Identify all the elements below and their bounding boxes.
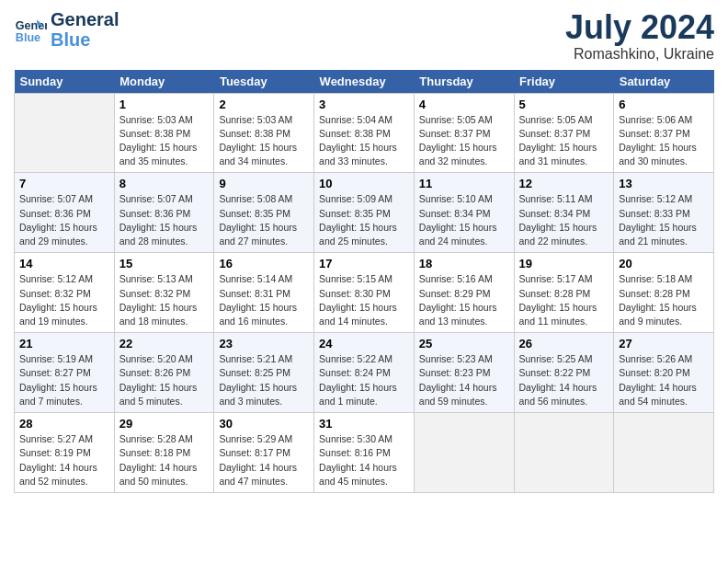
cell-info: Sunrise: 5:22 AM Sunset: 8:24 PM Dayligh… <box>319 352 409 408</box>
cell-info: Sunrise: 5:09 AM Sunset: 8:35 PM Dayligh… <box>319 192 409 248</box>
day-number: 6 <box>619 98 709 111</box>
calendar-cell: 14Sunrise: 5:12 AM Sunset: 8:32 PM Dayli… <box>15 253 115 333</box>
cell-info: Sunrise: 5:15 AM Sunset: 8:30 PM Dayligh… <box>319 272 409 328</box>
svg-text:Blue: Blue <box>16 31 40 44</box>
calendar-cell: 28Sunrise: 5:27 AM Sunset: 8:19 PM Dayli… <box>15 413 115 493</box>
cell-info: Sunrise: 5:26 AM Sunset: 8:20 PM Dayligh… <box>619 352 709 408</box>
day-number: 19 <box>519 257 609 270</box>
calendar-cell: 22Sunrise: 5:20 AM Sunset: 8:26 PM Dayli… <box>114 333 214 413</box>
calendar-cell: 31Sunrise: 5:30 AM Sunset: 8:16 PM Dayli… <box>314 413 415 493</box>
cell-info: Sunrise: 5:27 AM Sunset: 8:19 PM Dayligh… <box>19 432 109 488</box>
day-number: 18 <box>419 257 509 270</box>
page-header: General Blue General Blue July 2024 Roma… <box>14 9 714 63</box>
calendar-table: SundayMondayTuesdayWednesdayThursdayFrid… <box>14 70 714 493</box>
cell-info: Sunrise: 5:12 AM Sunset: 8:32 PM Dayligh… <box>19 272 109 328</box>
calendar-cell: 13Sunrise: 5:12 AM Sunset: 8:33 PM Dayli… <box>614 173 714 253</box>
calendar-cell: 15Sunrise: 5:13 AM Sunset: 8:32 PM Dayli… <box>114 253 214 333</box>
col-header-friday: Friday <box>514 70 614 94</box>
calendar-cell: 11Sunrise: 5:10 AM Sunset: 8:34 PM Dayli… <box>414 173 514 253</box>
day-number: 17 <box>319 257 409 270</box>
week-row-2: 7Sunrise: 5:07 AM Sunset: 8:36 PM Daylig… <box>15 173 714 253</box>
week-row-3: 14Sunrise: 5:12 AM Sunset: 8:32 PM Dayli… <box>15 253 714 333</box>
cell-info: Sunrise: 5:29 AM Sunset: 8:17 PM Dayligh… <box>219 432 309 488</box>
calendar-cell: 25Sunrise: 5:23 AM Sunset: 8:23 PM Dayli… <box>414 333 514 413</box>
week-row-5: 28Sunrise: 5:27 AM Sunset: 8:19 PM Dayli… <box>15 413 714 493</box>
cell-info: Sunrise: 5:19 AM Sunset: 8:27 PM Dayligh… <box>19 352 109 408</box>
calendar-cell: 12Sunrise: 5:11 AM Sunset: 8:34 PM Dayli… <box>514 173 614 253</box>
logo-blue: Blue <box>51 29 119 50</box>
day-number: 14 <box>19 257 109 270</box>
week-row-4: 21Sunrise: 5:19 AM Sunset: 8:27 PM Dayli… <box>15 333 714 413</box>
calendar-cell: 16Sunrise: 5:14 AM Sunset: 8:31 PM Dayli… <box>214 253 314 333</box>
day-number: 26 <box>519 337 609 350</box>
calendar-cell: 30Sunrise: 5:29 AM Sunset: 8:17 PM Dayli… <box>214 413 314 493</box>
day-number: 12 <box>519 177 609 190</box>
calendar-cell: 3Sunrise: 5:04 AM Sunset: 8:38 PM Daylig… <box>314 93 415 173</box>
cell-info: Sunrise: 5:30 AM Sunset: 8:16 PM Dayligh… <box>319 432 409 488</box>
day-number: 22 <box>119 337 210 350</box>
day-number: 7 <box>19 177 109 190</box>
col-header-thursday: Thursday <box>414 70 514 94</box>
calendar-cell <box>514 413 614 493</box>
day-number: 9 <box>219 177 309 190</box>
day-number: 1 <box>119 98 210 111</box>
calendar-cell: 27Sunrise: 5:26 AM Sunset: 8:20 PM Dayli… <box>614 333 714 413</box>
logo: General Blue General Blue <box>14 9 119 50</box>
calendar-cell <box>414 413 514 493</box>
cell-info: Sunrise: 5:08 AM Sunset: 8:35 PM Dayligh… <box>219 192 309 248</box>
col-header-monday: Monday <box>114 70 214 94</box>
cell-info: Sunrise: 5:14 AM Sunset: 8:31 PM Dayligh… <box>219 272 309 328</box>
cell-info: Sunrise: 5:11 AM Sunset: 8:34 PM Dayligh… <box>519 192 609 248</box>
cell-info: Sunrise: 5:07 AM Sunset: 8:36 PM Dayligh… <box>119 192 210 248</box>
cell-info: Sunrise: 5:21 AM Sunset: 8:25 PM Dayligh… <box>219 352 309 408</box>
day-number: 11 <box>419 177 509 190</box>
cell-info: Sunrise: 5:03 AM Sunset: 8:38 PM Dayligh… <box>119 113 210 169</box>
calendar-cell: 6Sunrise: 5:06 AM Sunset: 8:37 PM Daylig… <box>614 93 714 173</box>
calendar-cell: 8Sunrise: 5:07 AM Sunset: 8:36 PM Daylig… <box>114 173 214 253</box>
calendar-cell: 7Sunrise: 5:07 AM Sunset: 8:36 PM Daylig… <box>15 173 115 253</box>
col-header-saturday: Saturday <box>614 70 714 94</box>
cell-info: Sunrise: 5:28 AM Sunset: 8:18 PM Dayligh… <box>119 432 210 488</box>
location-subtitle: Romashkino, Ukraine <box>565 46 714 63</box>
cell-info: Sunrise: 5:25 AM Sunset: 8:22 PM Dayligh… <box>519 352 609 408</box>
calendar-cell: 29Sunrise: 5:28 AM Sunset: 8:18 PM Dayli… <box>114 413 214 493</box>
calendar-cell: 17Sunrise: 5:15 AM Sunset: 8:30 PM Dayli… <box>314 253 415 333</box>
calendar-cell: 2Sunrise: 5:03 AM Sunset: 8:38 PM Daylig… <box>214 93 314 173</box>
cell-info: Sunrise: 5:06 AM Sunset: 8:37 PM Dayligh… <box>619 113 709 169</box>
cell-info: Sunrise: 5:05 AM Sunset: 8:37 PM Dayligh… <box>519 113 609 169</box>
cell-info: Sunrise: 5:10 AM Sunset: 8:34 PM Dayligh… <box>419 192 509 248</box>
day-number: 4 <box>419 98 509 111</box>
day-number: 13 <box>619 177 709 190</box>
day-number: 31 <box>319 417 409 431</box>
calendar-cell: 23Sunrise: 5:21 AM Sunset: 8:25 PM Dayli… <box>214 333 314 413</box>
logo-general: General <box>51 9 119 29</box>
logo-icon: General Blue <box>14 13 47 46</box>
day-number: 10 <box>319 177 409 190</box>
cell-info: Sunrise: 5:07 AM Sunset: 8:36 PM Dayligh… <box>19 192 109 248</box>
calendar-cell: 19Sunrise: 5:17 AM Sunset: 8:28 PM Dayli… <box>514 253 614 333</box>
day-number: 20 <box>619 257 709 270</box>
title-block: July 2024 Romashkino, Ukraine <box>565 9 714 63</box>
cell-info: Sunrise: 5:12 AM Sunset: 8:33 PM Dayligh… <box>619 192 709 248</box>
day-number: 27 <box>619 337 709 350</box>
cell-info: Sunrise: 5:18 AM Sunset: 8:28 PM Dayligh… <box>619 272 709 328</box>
calendar-cell: 9Sunrise: 5:08 AM Sunset: 8:35 PM Daylig… <box>214 173 314 253</box>
day-number: 25 <box>419 337 509 350</box>
cell-info: Sunrise: 5:20 AM Sunset: 8:26 PM Dayligh… <box>119 352 210 408</box>
calendar-cell: 21Sunrise: 5:19 AM Sunset: 8:27 PM Dayli… <box>15 333 115 413</box>
day-number: 2 <box>219 98 309 111</box>
calendar-body: 1Sunrise: 5:03 AM Sunset: 8:38 PM Daylig… <box>15 93 714 492</box>
month-year-title: July 2024 <box>565 9 714 46</box>
calendar-cell: 10Sunrise: 5:09 AM Sunset: 8:35 PM Dayli… <box>314 173 415 253</box>
cell-info: Sunrise: 5:04 AM Sunset: 8:38 PM Dayligh… <box>319 113 409 169</box>
cell-info: Sunrise: 5:05 AM Sunset: 8:37 PM Dayligh… <box>419 113 509 169</box>
day-number: 16 <box>219 257 309 270</box>
calendar-cell: 20Sunrise: 5:18 AM Sunset: 8:28 PM Dayli… <box>614 253 714 333</box>
calendar-cell: 18Sunrise: 5:16 AM Sunset: 8:29 PM Dayli… <box>414 253 514 333</box>
day-number: 15 <box>119 257 210 270</box>
day-number: 28 <box>19 417 109 431</box>
day-number: 23 <box>219 337 309 350</box>
col-header-wednesday: Wednesday <box>314 70 415 94</box>
cell-info: Sunrise: 5:03 AM Sunset: 8:38 PM Dayligh… <box>219 113 309 169</box>
calendar-header-row: SundayMondayTuesdayWednesdayThursdayFrid… <box>15 70 714 94</box>
